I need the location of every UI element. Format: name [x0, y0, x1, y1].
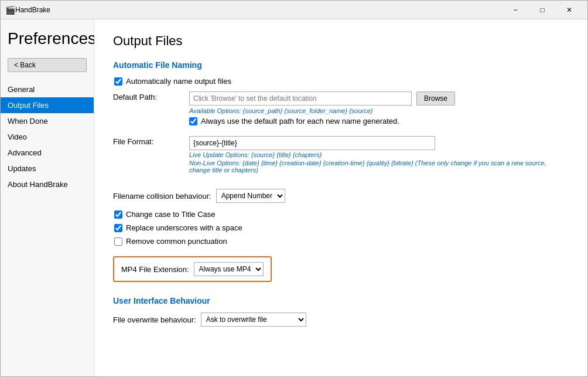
- sidebar-item-about[interactable]: About HandBrake: [1, 176, 94, 192]
- default-path-controls: Browse Available Options: {source_path} …: [189, 91, 569, 130]
- change-case-label: Change case to Title Case: [126, 210, 215, 219]
- content-area: Output Files Automatic File Naming Autom…: [94, 19, 587, 376]
- always-default-checkbox[interactable]: [189, 117, 197, 125]
- file-format-input[interactable]: [189, 136, 435, 150]
- replace-underscores-checkbox[interactable]: [114, 224, 122, 232]
- window-title: HandBrake: [15, 6, 502, 14]
- maximize-button[interactable]: □: [529, 1, 556, 19]
- replace-underscores-label: Replace underscores with a space: [126, 223, 242, 232]
- window-controls: − □ ✕: [502, 1, 583, 19]
- user-interface-section: User Interface Behaviour: [113, 296, 569, 305]
- minimize-button[interactable]: −: [502, 1, 529, 19]
- close-button[interactable]: ✕: [556, 1, 583, 19]
- auto-name-checkbox[interactable]: [114, 77, 122, 86]
- non-live-hint: Non-Live Options: {date} {time} {creatio…: [189, 159, 569, 174]
- sidebar-item-advanced[interactable]: Advanced: [1, 145, 94, 161]
- always-default-path-row: Always use the default path for each new…: [189, 117, 569, 125]
- available-options-hint: Available Options: {source_path} {source…: [189, 107, 569, 114]
- auto-name-row: Automatically name output files: [114, 77, 569, 86]
- default-path-input-row: Browse: [189, 91, 569, 106]
- file-format-controls: Live Update Options: {source} {title} {c…: [189, 136, 569, 174]
- remove-punctuation-label: Remove common punctuation: [126, 237, 227, 246]
- mp4-extension-highlight-box: MP4 File Extension: Always use MP4 Alway…: [113, 256, 272, 282]
- default-path-label: Default Path:: [113, 91, 189, 101]
- overwrite-dropdown[interactable]: Ask to overwrite file Always overwrite N…: [201, 313, 306, 327]
- automatic-file-naming-section: Automatic File Naming: [113, 60, 569, 70]
- back-button[interactable]: < Back: [8, 58, 87, 72]
- sidebar-item-output-files[interactable]: Output Files: [1, 97, 94, 113]
- collision-dropdown[interactable]: Append Number Overwrite Skip: [216, 189, 285, 203]
- titlebar: 🎬 HandBrake − □ ✕: [1, 1, 587, 19]
- file-format-label: File Format:: [113, 136, 189, 146]
- sidebar-item-video[interactable]: Video: [1, 129, 94, 145]
- change-case-row: Change case to Title Case: [114, 210, 569, 219]
- default-path-row: Default Path: Browse Available Options: …: [113, 91, 569, 130]
- app-icon: 🎬: [5, 5, 15, 15]
- collision-label: Filename collision behaviour:: [113, 192, 211, 201]
- replace-underscores-row: Replace underscores with a space: [114, 223, 569, 232]
- always-default-label: Always use the default path for each new…: [201, 117, 399, 125]
- mp4-extension-dropdown[interactable]: Always use MP4 Always use M4V Automatic: [194, 262, 264, 276]
- main-window: 🎬 HandBrake − □ ✕ Preferences < Back Gen…: [0, 0, 588, 377]
- change-case-checkbox[interactable]: [114, 210, 122, 219]
- remove-punctuation-row: Remove common punctuation: [114, 237, 569, 246]
- sidebar-title: Preferences: [1, 29, 94, 58]
- remove-punctuation-checkbox[interactable]: [114, 237, 122, 246]
- live-update-hint: Live Update Options: {source} {title} {c…: [189, 151, 569, 158]
- file-format-row: File Format: Live Update Options: {sourc…: [113, 136, 569, 174]
- sidebar-item-when-done[interactable]: When Done: [1, 113, 94, 129]
- sidebar-item-updates[interactable]: Updates: [1, 161, 94, 176]
- sidebar: Preferences < Back General Output Files …: [1, 19, 94, 376]
- main-body: Preferences < Back General Output Files …: [1, 19, 587, 376]
- default-path-input[interactable]: [189, 91, 412, 106]
- content-title: Output Files: [113, 33, 569, 49]
- sidebar-item-general[interactable]: General: [1, 81, 94, 97]
- mp4-extension-label: MP4 File Extension:: [121, 265, 189, 274]
- overwrite-row: File overwrite behaviour: Ask to overwri…: [113, 313, 569, 327]
- auto-name-label: Automatically name output files: [126, 77, 231, 86]
- browse-button[interactable]: Browse: [416, 91, 455, 106]
- collision-row: Filename collision behaviour: Append Num…: [113, 189, 569, 203]
- overwrite-label: File overwrite behaviour:: [113, 315, 196, 324]
